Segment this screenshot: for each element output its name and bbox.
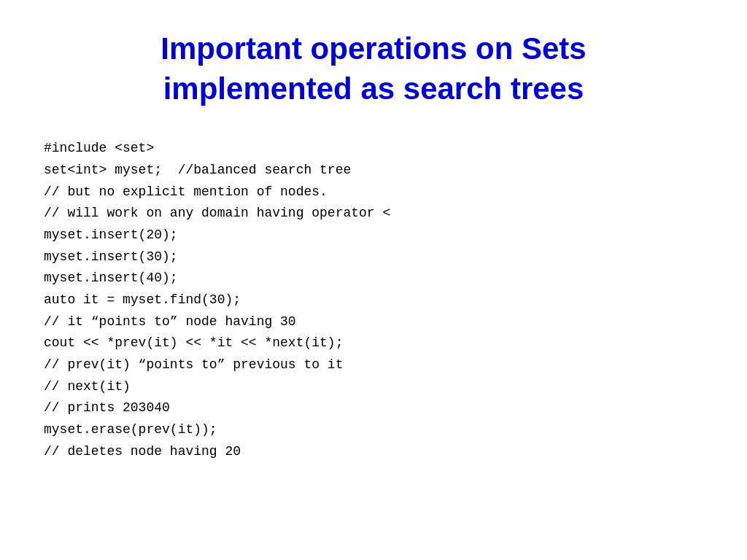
code-line: myset.erase(prev(it)); (44, 419, 703, 441)
code-line: myset.insert(30); (44, 246, 703, 268)
code-section: #include <set>set<int> myset; //balanced… (44, 138, 703, 462)
code-line: #include <set> (44, 138, 703, 160)
code-line: // but no explicit mention of nodes. (44, 182, 703, 203)
page-title: Important operations on Sets implemented… (44, 29, 703, 109)
title-section: Important operations on Sets implemented… (44, 29, 703, 109)
code-line: myset.insert(40); (44, 268, 703, 289)
code-block: #include <set>set<int> myset; //balanced… (44, 138, 703, 462)
code-line: myset.insert(20); (44, 225, 703, 246)
code-line: // deletes node having 20 (44, 441, 703, 463)
code-line: // it “points to” node having 30 (44, 311, 703, 333)
code-line: auto it = myset.find(30); (44, 289, 703, 311)
code-line: cout << *prev(it) << *it << *next(it); (44, 332, 703, 354)
code-line: set<int> myset; //balanced search tree (44, 160, 703, 182)
code-line: // prints 203040 (44, 397, 703, 419)
code-line: // will work on any domain having operat… (44, 203, 703, 225)
code-line: // prev(it) “points to” previous to it (44, 354, 703, 376)
code-line: // next(it) (44, 376, 703, 398)
